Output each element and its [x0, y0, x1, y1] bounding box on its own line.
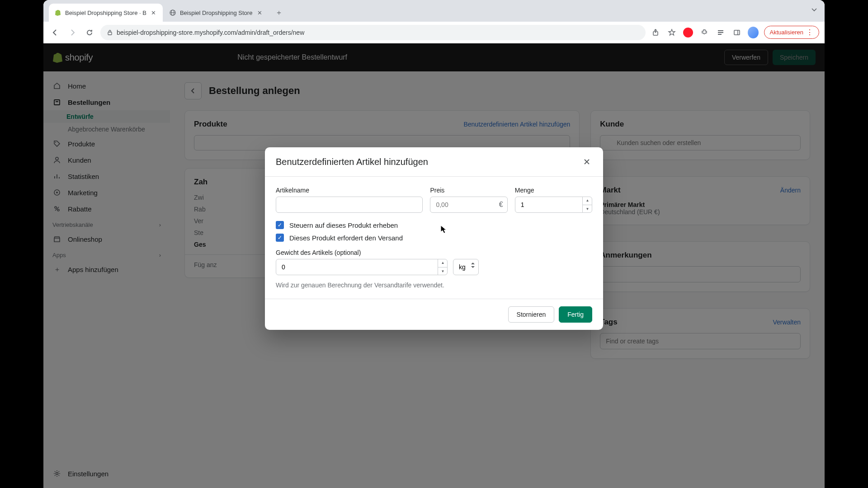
reload-icon[interactable] — [83, 26, 96, 39]
reading-list-icon[interactable] — [715, 27, 726, 38]
share-icon[interactable] — [650, 27, 661, 38]
step-down-icon[interactable]: ▼ — [438, 267, 448, 276]
cancel-button[interactable]: Stornieren — [508, 306, 555, 323]
checkbox-checked-icon[interactable]: ✓ — [276, 234, 284, 242]
opera-icon[interactable] — [683, 27, 693, 38]
close-icon[interactable] — [581, 156, 592, 167]
tax-checkbox-row[interactable]: ✓ Steuern auf dieses Produkt erheben — [276, 221, 592, 229]
extensions-icon[interactable] — [699, 27, 710, 38]
modal-title: Benutzerdefinierten Artikel hinzufügen — [276, 157, 428, 167]
weight-label: Gewicht des Artikels (optional) — [276, 249, 592, 256]
panel-icon[interactable] — [731, 27, 742, 38]
profile-avatar-icon[interactable] — [748, 27, 759, 38]
browser-tab-strip: Beispiel Dropshipping Store · B ✕ Beispi… — [43, 0, 825, 22]
ship-check-label: Dieses Produkt erfordert den Versand — [289, 234, 403, 242]
tabs-dropdown-icon[interactable] — [811, 6, 817, 13]
unit-value: kg — [459, 263, 466, 271]
modal-backdrop[interactable]: Benutzerdefinierten Artikel hinzufügen A… — [43, 43, 825, 488]
star-icon[interactable] — [666, 27, 677, 38]
done-button[interactable]: Fertig — [559, 306, 592, 323]
shopify-favicon-icon — [54, 9, 61, 16]
svg-rect-3 — [108, 32, 112, 35]
tab-title: Beispiel Dropshipping Store — [180, 9, 252, 16]
weight-input[interactable] — [276, 259, 448, 275]
step-up-icon[interactable]: ▲ — [438, 259, 448, 267]
quantity-stepper[interactable] — [515, 197, 592, 213]
step-up-icon[interactable]: ▲ — [583, 197, 592, 205]
globe-favicon-icon — [169, 9, 176, 16]
close-icon[interactable]: ✕ — [256, 9, 263, 16]
price-label: Preis — [430, 187, 507, 194]
tax-check-label: Steuern auf dieses Produkt erheben — [289, 221, 398, 229]
browser-tab[interactable]: Beispiel Dropshipping Store ✕ — [164, 4, 269, 22]
update-button[interactable]: Aktualisieren — [764, 26, 819, 39]
svg-rect-5 — [734, 30, 740, 35]
qty-label: Menge — [515, 187, 592, 194]
new-tab-button[interactable]: ＋ — [272, 6, 286, 19]
checkbox-checked-icon[interactable]: ✓ — [276, 221, 284, 229]
step-down-icon[interactable]: ▼ — [583, 205, 592, 213]
weight-help-text: Wird zur genauen Berechnung der Versandt… — [276, 282, 592, 289]
cursor-icon — [440, 225, 448, 234]
name-label: Artikelname — [276, 187, 423, 194]
shipping-checkbox-row[interactable]: ✓ Dieses Produkt erfordert den Versand — [276, 234, 592, 242]
item-name-input[interactable] — [276, 197, 423, 213]
browser-tab-active[interactable]: Beispiel Dropshipping Store · B ✕ — [49, 4, 163, 22]
price-input[interactable] — [430, 197, 507, 213]
weight-unit-select[interactable]: kg — [453, 259, 479, 275]
back-icon[interactable] — [49, 26, 61, 39]
browser-toolbar: beispiel-dropshipping-store.myshopify.co… — [43, 22, 825, 43]
close-icon[interactable]: ✕ — [150, 9, 157, 16]
update-label: Aktualisieren — [770, 29, 803, 36]
address-bar[interactable]: beispiel-dropshipping-store.myshopify.co… — [100, 25, 646, 40]
forward-icon — [66, 26, 79, 39]
lock-icon — [107, 29, 113, 36]
tab-title: Beispiel Dropshipping Store · B — [65, 9, 146, 16]
add-custom-item-modal: Benutzerdefinierten Artikel hinzufügen A… — [265, 147, 603, 330]
currency-suffix: € — [499, 201, 503, 209]
url-text: beispiel-dropshipping-store.myshopify.co… — [117, 29, 304, 36]
